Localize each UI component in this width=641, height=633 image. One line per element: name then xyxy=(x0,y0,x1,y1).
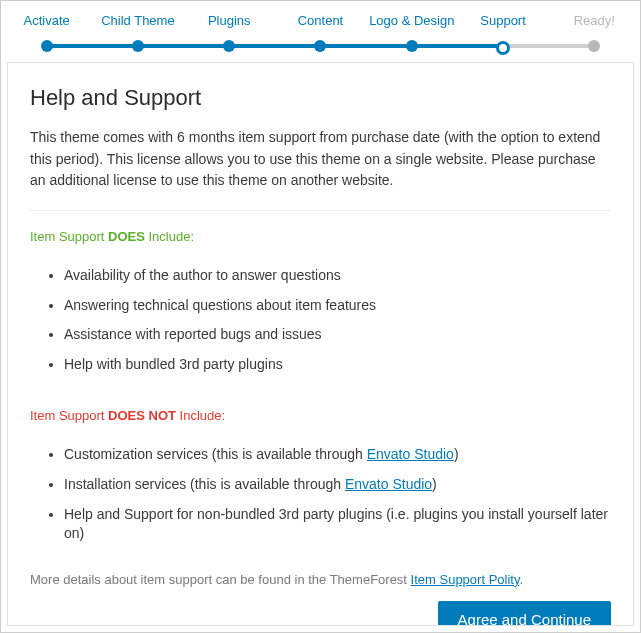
step-support[interactable]: Support xyxy=(457,9,548,56)
step-dot-icon xyxy=(132,40,144,52)
step-label: Content xyxy=(298,9,344,32)
actions-row: Agree and Continue xyxy=(30,587,611,626)
list-item: Answering technical questions about item… xyxy=(64,296,611,316)
step-label: Plugins xyxy=(208,9,251,32)
step-dot-icon xyxy=(223,40,235,52)
includes-list: Availability of the author to answer que… xyxy=(30,266,611,384)
agree-continue-button[interactable]: Agree and Continue xyxy=(438,601,611,626)
step-label: Logo & Design xyxy=(369,9,454,32)
divider xyxy=(30,210,611,211)
step-label: Child Theme xyxy=(101,9,174,32)
step-activate[interactable]: Activate xyxy=(1,9,92,56)
wizard-stepper: Activate Child Theme Plugins Content Log… xyxy=(1,1,640,56)
list-item: Help with bundled 3rd party plugins xyxy=(64,355,611,375)
step-ready: Ready! xyxy=(549,9,640,56)
step-label: Activate xyxy=(24,9,70,32)
list-item: Help and Support for non-bundled 3rd par… xyxy=(64,505,611,544)
step-label: Support xyxy=(480,9,526,32)
item-support-policy-link[interactable]: Item Support Polity xyxy=(411,572,520,587)
step-logo-design[interactable]: Logo & Design xyxy=(366,9,457,56)
list-item: Installation services (this is available… xyxy=(64,475,611,495)
envato-studio-link[interactable]: Envato Studio xyxy=(367,446,454,462)
content-card: Help and Support This theme comes with 6… xyxy=(7,62,634,626)
step-dot-icon xyxy=(588,40,600,52)
step-child-theme[interactable]: Child Theme xyxy=(92,9,183,56)
list-item: Availability of the author to answer que… xyxy=(64,266,611,286)
includes-heading: Item Support DOES Include: xyxy=(30,229,611,244)
excludes-heading: Item Support DOES NOT Include: xyxy=(30,408,611,423)
page-title: Help and Support xyxy=(30,85,611,111)
footnote: More details about item support can be f… xyxy=(30,572,611,587)
envato-studio-link[interactable]: Envato Studio xyxy=(345,476,432,492)
step-dot-icon xyxy=(314,40,326,52)
step-dot-icon xyxy=(496,41,510,55)
intro-text: This theme comes with 6 months item supp… xyxy=(30,127,611,192)
step-content[interactable]: Content xyxy=(275,9,366,56)
step-dot-icon xyxy=(41,40,53,52)
excludes-list: Customization services (this is availabl… xyxy=(30,445,611,553)
step-dot-icon xyxy=(406,40,418,52)
step-label: Ready! xyxy=(574,9,615,32)
list-item: Assistance with reported bugs and issues xyxy=(64,325,611,345)
list-item: Customization services (this is availabl… xyxy=(64,445,611,465)
step-plugins[interactable]: Plugins xyxy=(184,9,275,56)
